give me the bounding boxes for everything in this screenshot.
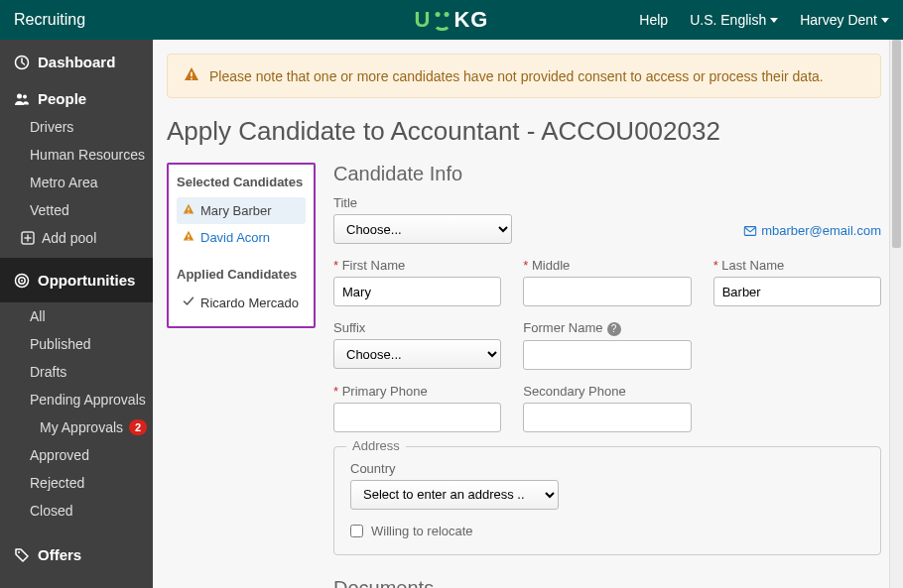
people-icon [14,91,30,107]
former-name-label: Former Name? [523,320,691,336]
sidebar-item-rejected[interactable]: Rejected [0,469,153,497]
address-legend: Address [346,438,406,453]
first-name-input[interactable] [333,277,501,306]
secondary-phone-label: Secondary Phone [523,384,691,399]
sidebar-offers[interactable]: Offers [0,532,153,569]
sidebar-item-drivers[interactable]: Drivers [0,113,153,141]
ukg-logo: U KG [415,7,489,33]
target-icon [14,273,30,289]
user-dropdown[interactable]: Harvey Dent [800,12,889,28]
svg-point-1 [17,93,22,98]
sidebar-item-drafts[interactable]: Drafts [0,358,153,386]
sidebar-item-approved[interactable]: Approved [0,441,153,469]
sidebar-item-vetted[interactable]: Vetted [0,196,153,224]
candidate-mary[interactable]: Mary Barber [177,197,306,224]
suffix-label: Suffix [333,320,501,335]
sidebar-item-my-approvals[interactable]: My Approvals 2 [0,413,153,441]
topbar: Recruiting U KG Help U.S. English Harvey… [0,0,903,40]
title-select[interactable]: Choose... [333,214,512,244]
content-area: Please note that one or more candidates … [153,40,903,588]
check-icon [183,295,194,310]
warning-icon [183,230,194,245]
candidate-david[interactable]: David Acorn [177,224,306,251]
plus-box-icon [20,230,36,246]
suffix-select[interactable]: Choose... [333,339,501,369]
applied-candidates-heading: Applied Candidates [177,267,306,282]
primary-phone-input[interactable] [333,403,501,432]
page-title: Apply Candidate to Accountant - ACCOU002… [167,116,881,147]
sidebar-item-all[interactable]: All [0,302,153,330]
sidebar-item-pending[interactable]: Pending Approvals [0,386,153,413]
sidebar-opportunities[interactable]: Opportunities [0,258,153,302]
middle-input[interactable] [523,277,691,306]
last-name-label: Last Name [713,258,881,273]
secondary-phone-input[interactable] [523,403,691,432]
candidates-panel: Selected Candidates Mary Barber David Ac… [167,163,316,328]
scrollbar[interactable] [889,40,903,588]
address-fieldset: Address Country Select to enter an addre… [333,446,881,555]
documents-heading: Documents [333,577,881,589]
app-brand: Recruiting [14,11,85,29]
envelope-icon [743,224,757,238]
language-dropdown[interactable]: U.S. English [690,12,778,28]
first-name-label: First Name [333,258,501,273]
warning-icon [183,203,194,218]
caret-down-icon [770,18,778,27]
candidate-ricardo[interactable]: Ricardo Mercado [177,290,306,316]
svg-point-2 [23,94,27,98]
sidebar-item-add-pool[interactable]: Add pool [0,224,153,252]
sidebar-item-published[interactable]: Published [0,330,153,358]
relocate-label: Willing to relocate [371,524,473,538]
sidebar: Dashboard People Drivers Human Resources… [0,40,153,588]
caret-down-icon [881,18,889,27]
notice-text: Please note that one or more candidates … [209,68,824,84]
help-link[interactable]: Help [639,12,668,28]
svg-point-7 [18,551,20,553]
selected-candidates-heading: Selected Candidates [177,175,306,189]
primary-phone-label: Primary Phone [333,384,501,399]
svg-point-6 [21,280,23,282]
candidate-info-heading: Candidate Info [333,163,881,185]
clock-icon [14,55,30,70]
warning-icon [184,66,199,85]
relocate-checkbox[interactable] [350,525,363,537]
candidate-email-link[interactable]: mbarber@email.com [743,223,881,238]
sidebar-dashboard[interactable]: Dashboard [0,40,153,76]
sidebar-people[interactable]: People [0,76,153,113]
former-name-input[interactable] [523,340,691,370]
sidebar-item-metro[interactable]: Metro Area [0,169,153,196]
scrollbar-thumb[interactable] [892,40,901,248]
candidate-form: Candidate Info Title Choose... mbarber@e… [333,163,881,588]
tag-icon [14,547,30,563]
sidebar-item-hr[interactable]: Human Resources [0,141,153,169]
country-label: Country [350,461,559,476]
consent-notice: Please note that one or more candidates … [167,54,881,98]
title-label: Title [333,195,512,210]
middle-label: Middle [523,258,691,273]
country-select[interactable]: Select to enter an address .. [350,480,559,510]
sidebar-item-closed[interactable]: Closed [0,497,153,525]
approval-count-badge: 2 [129,419,147,435]
last-name-input[interactable] [713,277,881,306]
help-icon[interactable]: ? [607,322,621,336]
